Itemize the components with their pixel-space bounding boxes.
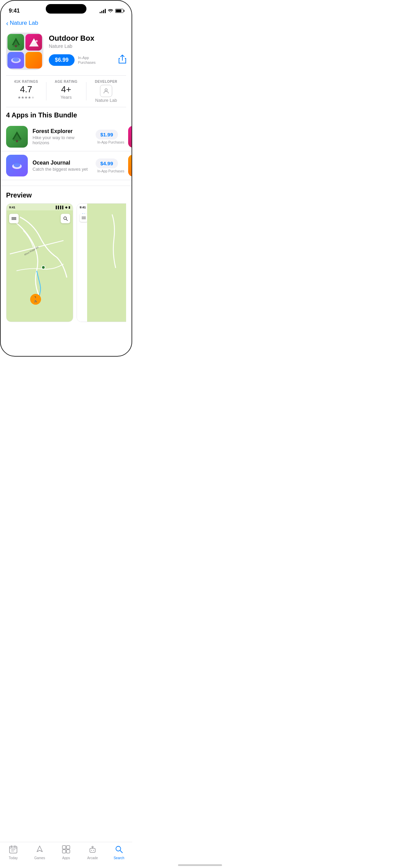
trails-background: 9:41 ▌▌▌▌ ‹ Nearby Trails [77,204,126,322]
ratings-label: 41K RATINGS [6,80,46,83]
svg-line-22 [66,220,68,221]
svg-point-8 [13,58,19,62]
developer-icon [100,85,112,97]
back-nav[interactable]: ‹ Nature Lab [1,18,132,30]
signal-icon [100,8,106,13]
svg-point-17 [42,266,45,269]
screenshot-map: 9:41 ▌▌▌▌ ◈ ▮ Rhus Ridge Rd [6,203,73,322]
orange-app-peek [128,155,132,176]
ocean-app-desc: Catch the biggest waves yet [33,167,91,172]
trails-map [87,204,126,322]
icon-mountain [25,34,42,51]
bundle-app-forest: Forest Explorer Hike your way to new hor… [1,122,132,151]
notch [46,4,86,14]
share-button[interactable] [119,55,126,65]
battery-icon [115,9,123,13]
price-row: $6.99 In-AppPurchases [49,54,126,66]
map-menu-button[interactable] [9,214,19,223]
ocean-app-info: Ocean Journal Catch the biggest waves ye… [33,160,91,172]
ocean-app-icon [6,155,28,176]
forest-app-name: Forest Explorer [33,128,91,134]
preview-section: Preview 9:41 ▌▌▌▌ ◈ ▮ [1,186,132,322]
icon-ocean [7,52,24,69]
map-search-button[interactable] [61,214,70,223]
svg-rect-26 [87,207,126,318]
app-name: Outdoor Box [49,34,126,43]
ocean-price-button[interactable]: $4.99 [96,158,118,168]
svg-rect-2 [15,45,17,47]
svg-rect-12 [16,140,18,142]
ratings-stars: ★★★★★ [6,95,46,100]
bundle-app-ocean: Ocean Journal Catch the biggest waves ye… [1,151,132,180]
wifi-icon [108,8,113,14]
app-info: Outdoor Box Nature Lab $6.99 In-AppPurch… [49,33,126,66]
app-developer: Nature Lab [49,43,126,49]
icon-orange [25,52,42,69]
age-sub: Years [46,95,86,100]
price-button[interactable]: $6.99 [49,54,75,66]
ocean-app-name: Ocean Journal [33,160,91,166]
app-bundle-icon [6,33,43,70]
status-bar: 9:41 [1,1,132,18]
back-chevron-icon: ‹ [6,20,8,26]
stat-developer: DEVELOPER Nature Lab [86,80,126,103]
back-label: Nature Lab [10,20,38,26]
forest-in-app-label: In-App Purchases [96,140,126,144]
ocean-app-price-section: $4.99 In-App Purchases [96,158,126,173]
age-label: AGE RATING [46,80,86,83]
bundle-section-title: 4 Apps in This Bundle [1,107,132,122]
map-background: 9:41 ▌▌▌▌ ◈ ▮ Rhus Ridge Rd [6,204,73,322]
ratings-value: 4.7 [6,84,46,95]
app-header: Outdoor Box Nature Lab $6.99 In-AppPurch… [1,30,132,75]
mountain-app-peek [128,126,132,148]
ocean-in-app-label: In-App Purchases [96,169,126,173]
developer-label: DEVELOPER [86,80,126,83]
svg-point-21 [64,217,66,220]
trails-time: 9:41 [80,206,86,209]
preview-title: Preview [6,191,126,199]
forest-app-desc: Hike your way to new horizons [33,135,91,145]
in-app-label: In-AppPurchases [78,55,96,65]
forest-app-price-section: $1.99 In-App Purchases [96,130,126,144]
svg-point-9 [105,89,107,91]
trails-map-svg [87,204,126,322]
stats-row: 41K RATINGS 4.7 ★★★★★ AGE RATING 4+ Year… [6,76,126,107]
stat-age: AGE RATING 4+ Years [46,80,86,103]
preview-screenshots: 9:41 ▌▌▌▌ ◈ ▮ Rhus Ridge Rd [6,203,126,322]
status-time: 9:41 [9,8,20,14]
svg-point-15 [14,163,20,167]
trails-menu-button[interactable] [80,214,88,222]
screenshot-trails: 9:41 ▌▌▌▌ ‹ Nearby Trails [77,203,126,322]
forest-app-info: Forest Explorer Hike your way to new hor… [33,128,91,145]
hiker-pin: 🚶 [30,294,41,305]
developer-name: Nature Lab [86,98,126,103]
svg-point-5 [36,40,38,42]
forest-price-button[interactable]: $1.99 [96,130,118,139]
svg-marker-4 [32,38,36,42]
status-icons [100,8,123,14]
forest-app-icon [6,126,28,148]
stat-ratings: 41K RATINGS 4.7 ★★★★★ [6,80,46,103]
icon-forest [7,34,24,51]
age-value: 4+ [46,84,86,95]
